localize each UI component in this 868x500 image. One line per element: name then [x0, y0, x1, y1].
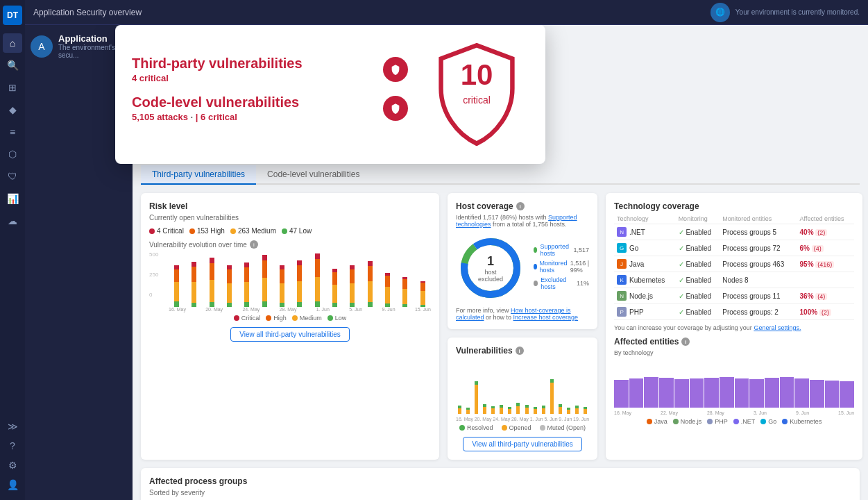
table-row: KKubernetes ✓ Enabled Nodes 8 — [614, 272, 854, 288]
popup-shield: 10 critical — [425, 39, 529, 150]
by-technology-label: By technology — [614, 349, 854, 356]
risk-badges: 4 Critical 153 High 263 Medium 47 Low — [149, 227, 431, 235]
col-affected-entities: Affected entities — [797, 214, 855, 224]
popup-row-2: Code-level vulnerabilities 5,105 attacks… — [132, 94, 408, 122]
popup-row-1: Third-party vulnerabilities 4 critical — [132, 56, 408, 83]
entities-x-labels: 16. May22. May28. May3. Jun9. Jun15. Jun — [614, 410, 854, 415]
donut-chart: 1 host excluded — [456, 233, 525, 303]
host-coverage-body: 1 host excluded Supported hosts 1,517 — [456, 233, 589, 303]
sidebar-icon-grid[interactable]: ⊞ — [3, 78, 22, 97]
host-coverage-info-icon[interactable]: i — [516, 202, 525, 210]
affected-process-groups-card: Affected process groups Sorted by severi… — [141, 468, 860, 500]
increase-coverage-link[interactable]: Increase host coverage — [513, 314, 579, 321]
entities-legend: Java Node.js PHP .NET Go Kubernetes — [614, 418, 854, 425]
risk-chart-legend: Critical High Medium Low — [149, 315, 431, 322]
donut-label: 1 host excluded — [478, 254, 503, 283]
vulnerabilities-card: Vulnerabilities i — [448, 338, 597, 460]
vuln1-title: Third-party vulnerabilities — [132, 56, 375, 72]
tech-coverage-title: Technology coverage — [614, 201, 854, 211]
tabs: Third-party vulnerabilities Code-level v… — [141, 165, 860, 185]
sidebar-icon-home[interactable]: ⌂ — [3, 33, 22, 53]
col-technology: Technology — [614, 214, 676, 224]
tab-third-party[interactable]: Third-party vulnerabilities — [141, 165, 256, 185]
vulnerabilities-title: Vulnerabilities i — [456, 346, 589, 356]
tech-table: Technology Monitoring Monitored entities… — [614, 214, 854, 320]
sidebar-icon-chart[interactable]: 📊 — [3, 189, 22, 208]
view-all-vuln-btn[interactable]: View all third-party vulnerabilities — [463, 437, 581, 451]
sidebar-icon-search[interactable]: 🔍 — [3, 56, 22, 75]
table-row: NNode.js ✓ Enabled Process groups 11 36%… — [614, 288, 854, 304]
vuln-x-labels: 16. May20. May24. May28. May1. Jun5. Jun… — [456, 417, 589, 422]
host-coverage-title: Host coverage i — [456, 201, 589, 211]
stat-excluded: Excluded hosts 11% — [534, 276, 589, 290]
y-axis: 5002500 — [149, 251, 158, 298]
tech-footer: You can increase your coverage by adjust… — [614, 324, 854, 331]
app-icon: A — [31, 35, 53, 58]
popup-left: Third-party vulnerabilities 4 critical C… — [132, 56, 408, 133]
vulnerability-popup: Third-party vulnerabilities 4 critical C… — [115, 25, 545, 164]
risk-chart-wrapper: 5002500 — [149, 251, 431, 312]
sidebar-icon-cloud[interactable]: ☁ — [3, 211, 22, 231]
shield-label: critical — [463, 94, 491, 106]
technology-coverage-card: Technology coverage Technology Monitorin… — [606, 193, 862, 460]
middle-column: Host coverage i Identified 1,517 (86%) h… — [448, 193, 597, 460]
col-monitored-entities: Monitored entities — [720, 214, 797, 224]
vuln2-icon-btn[interactable] — [383, 96, 408, 121]
col-monitoring: Monitoring — [676, 214, 720, 224]
general-settings-link[interactable]: General settings. — [754, 324, 801, 331]
sidebar-icon-shield[interactable]: 🛡 — [3, 167, 22, 186]
main-content: A Application The environment's secu... … — [25, 25, 868, 500]
app-info: A Application The environment's secu... — [31, 33, 127, 59]
vuln1-sub: 4 critical — [132, 73, 375, 83]
chart-subtitle-label: Vulnerability evolution over time i — [149, 240, 431, 249]
tab-code-level[interactable]: Code-level vulnerabilities — [256, 165, 371, 185]
risk-bar-chart — [166, 251, 431, 307]
table-row: PPHP ✓ Enabled Process groups: 2 100% (2… — [614, 304, 854, 320]
sidebar-icon-puzzle[interactable]: ⬡ — [3, 144, 22, 164]
process-groups-title: Affected process groups — [149, 476, 851, 486]
sidebar-icon-help[interactable]: ? — [3, 436, 22, 456]
host-more-info: For more info, view How host-coverage is… — [456, 307, 589, 321]
vuln-bar-chart — [456, 358, 589, 414]
badge-medium: 263 Medium — [230, 227, 276, 235]
host-coverage-card: Host coverage i Identified 1,517 (86%) h… — [448, 193, 597, 329]
badge-high: 153 High — [189, 227, 225, 235]
risk-level-subtitle: Currently open vulnerabilities — [149, 214, 431, 222]
affected-entities-info-icon[interactable]: i — [681, 338, 690, 346]
stat-monitored: Monitored hosts 1,516 | 99% — [534, 260, 589, 274]
table-row: GGo ✓ Enabled Process groups 72 6% (4) — [614, 240, 854, 256]
user-avatar[interactable]: 🌐 — [710, 3, 730, 22]
sidebar: DT ⌂ 🔍 ⊞ ◆ ≡ ⬡ 🛡 📊 ☁ ≫ ? ⚙ 👤 — [0, 0, 25, 500]
sidebar-icon-expand[interactable]: ≫ — [3, 417, 22, 436]
topbar-right: 🌐 Your environment is currently monitore… — [710, 3, 860, 22]
shield-number: 10 — [461, 58, 493, 92]
entities-bar-chart — [614, 359, 854, 408]
badge-critical: 4 Critical — [149, 227, 184, 235]
table-row: N.NET ✓ Enabled Process groups 5 40% (2) — [614, 224, 854, 240]
vuln-info-icon[interactable]: i — [516, 347, 524, 355]
host-coverage-subtitle: Identified 1,517 (86%) hosts with Suppor… — [456, 214, 589, 228]
table-row: JJava ✓ Enabled Process groups 463 95% (… — [614, 256, 854, 272]
host-stats: Supported hosts 1,517 Monitored hosts 1,… — [534, 243, 589, 293]
vuln1-icon-btn[interactable] — [383, 57, 408, 82]
topbar-title: Application Security overview — [33, 8, 142, 17]
sidebar-icon-diamond[interactable]: ◆ — [3, 100, 22, 119]
sidebar-icon-layers[interactable]: ≡ — [3, 122, 22, 142]
sidebar-icon-settings[interactable]: ⚙ — [3, 456, 22, 475]
badge-low: 47 Low — [282, 227, 312, 235]
bottom-section: Affected process groups Sorted by severi… — [141, 468, 860, 500]
risk-chart-x-labels: 16. May20. May24. May28. May1. Jun5. Jun… — [166, 307, 431, 312]
sidebar-icon-user[interactable]: 👤 — [3, 475, 22, 494]
sidebar-logo[interactable]: DT — [3, 6, 22, 25]
risk-level-card: Risk level Currently open vulnerabilitie… — [141, 193, 439, 460]
process-groups-subtitle: Sorted by severity — [149, 489, 851, 497]
affected-entities-title: Affected entities i — [614, 337, 854, 347]
cards-row: Risk level Currently open vulnerabilitie… — [141, 193, 860, 460]
vuln-legend: Resolved Opened Muted (Open) — [456, 424, 589, 431]
view-all-third-party-btn[interactable]: View all third-party vulnerabilities — [230, 327, 349, 342]
env-status: Your environment is currently monitored. — [735, 8, 860, 16]
risk-level-title: Risk level — [149, 201, 431, 211]
stat-supported: Supported hosts 1,517 — [534, 243, 589, 257]
vuln2-title: Code-level vulnerabilities — [132, 94, 375, 110]
chart-info-icon[interactable]: i — [250, 240, 258, 249]
